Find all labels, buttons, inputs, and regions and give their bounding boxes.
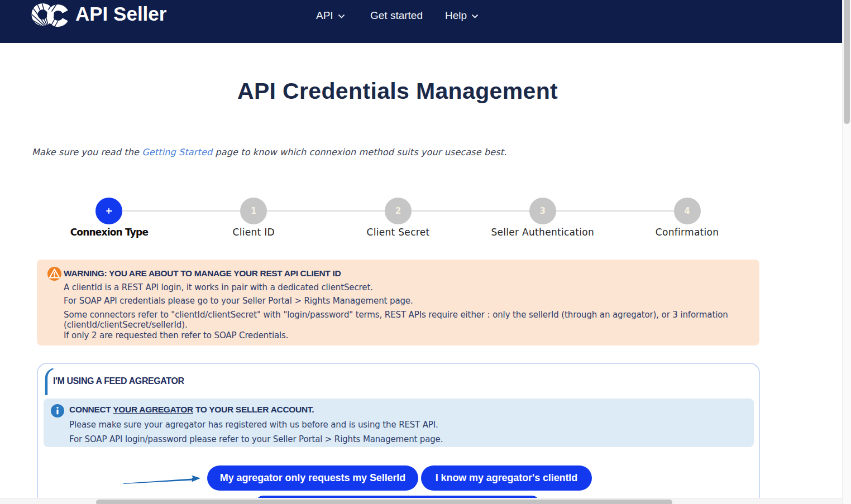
warning-banner: WARNING: YOU ARE ABOUT TO MANAGE YOUR RE… [37,260,759,345]
info-title-after: TO YOUR SELLER ACCOUNT. [193,405,314,414]
step-marker-active [95,198,122,224]
warning-line: (clientId/clientSecret/sellerId). [64,320,728,330]
step-marker: 2 [385,198,412,224]
info-title: CONNECT YOUR AGREGATOR TO YOUR SELLER AC… [69,402,443,416]
intro-text-before: Make sure you read the [32,147,142,157]
brand[interactable]: API Seller [31,2,166,27]
step-label: Connexion Type [70,227,149,238]
step-label: Seller Authentication [491,227,594,238]
progress-stepper: Connexion Type 1 Client ID 2 Client Secr… [37,198,759,238]
plus-icon [106,208,112,214]
step-client-id[interactable]: 1 Client ID [181,198,326,238]
info-line: Please make sure your agregator has regi… [69,418,443,433]
warning-title: WARNING: YOU ARE ABOUT TO MANAGE YOUR RE… [64,268,728,279]
nav-label: API [316,9,333,22]
getting-started-link[interactable]: Getting Started [142,147,212,157]
step-label: Client Secret [367,227,430,238]
intro-text: Make sure you read the Getting Started p… [32,147,507,157]
step-label: Confirmation [656,227,719,238]
chevron-down-icon [338,15,345,18]
annotation-arrow [123,473,204,486]
nav-item-api[interactable]: API [316,0,345,31]
vertical-scrollbar-thumb[interactable] [844,0,850,124]
know-clientid-button[interactable]: I know my agregator's clientId [421,465,592,491]
octopia-logo-icon [31,2,69,27]
warning-line: A clientId is a REST API login, it works… [64,282,728,293]
warning-line: For SOAP API credentials please go to yo… [64,296,728,306]
info-title-underlined: YOUR AGREGATOR [113,405,193,414]
info-banner: CONNECT YOUR AGREGATOR TO YOUR SELLER AC… [44,399,754,447]
step-marker: 3 [529,198,556,224]
brand-name: API Seller [75,1,166,27]
step-marker: 4 [674,198,701,224]
step-client-secret[interactable]: 2 Client Secret [326,198,471,238]
intro-text-after: page to know which connexion method suit… [212,147,506,157]
nav-label: Get started [370,9,423,22]
page-title: API Credentials Management [0,78,795,104]
horizontal-scrollbar-track[interactable] [0,498,842,504]
step-marker: 1 [240,198,267,224]
top-navbar: API Seller API Get started Help [0,0,842,43]
horizontal-scrollbar-thumb[interactable] [96,500,672,504]
info-title-before: CONNECT [69,405,113,414]
warning-icon [47,267,61,281]
info-icon [51,404,64,417]
warning-line: Some connectors refer to "clientId/clien… [64,310,728,320]
step-seller-authentication[interactable]: 3 Seller Authentication [470,198,615,238]
warning-line: If only 2 are requested then refer to SO… [64,330,728,341]
step-label: Client ID [232,227,274,238]
card-title: I'M USING A FEED AGREGATOR [53,376,184,386]
nav-item-get-started[interactable]: Get started [370,0,423,31]
chevron-down-icon [472,15,478,18]
sellerid-only-button[interactable]: My agregator only requests my SellerId [207,465,418,491]
step-connexion-type[interactable]: Connexion Type [37,198,181,238]
vertical-scrollbar-track[interactable] [842,0,851,504]
nav-label: Help [445,9,467,22]
info-line: For SOAP API login/password please refer… [69,433,443,447]
nav-item-help[interactable]: Help [445,0,478,31]
step-confirmation[interactable]: 4 Confirmation [615,198,759,238]
